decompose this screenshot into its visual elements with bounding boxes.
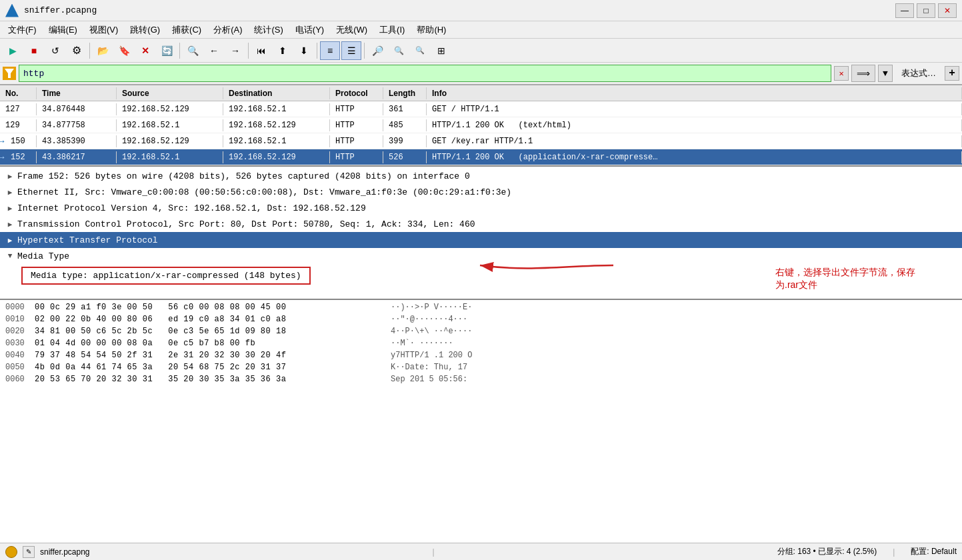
menu-tools[interactable]: 工具(I) bbox=[374, 23, 410, 37]
hex-bytes: 34 81 00 50 c6 5c 2b 5c 0e c3 5e 65 1d 0… bbox=[35, 327, 388, 336]
toolbar-sep-2 bbox=[179, 43, 180, 59]
menu-phone[interactable]: 电话(Y) bbox=[290, 23, 329, 37]
title-bar-title: sniffer.pcapng bbox=[24, 5, 97, 15]
packet-destination: 192.168.52.129 bbox=[223, 151, 330, 163]
menu-capture[interactable]: 捕获(C) bbox=[167, 23, 207, 37]
status-filename: sniffer.pcapng bbox=[40, 547, 90, 557]
toolbar-zoom-out[interactable]: 🔍 bbox=[389, 41, 409, 60]
hex-bytes: 4b 0d 0a 44 61 74 65 3a 20 54 68 75 2c 2… bbox=[35, 363, 388, 372]
hex-bytes: 20 53 65 70 20 32 30 31 35 20 30 35 3a 3… bbox=[35, 375, 388, 384]
menu-edit[interactable]: 编辑(E) bbox=[43, 23, 83, 37]
toolbar-first[interactable]: ⏮ bbox=[251, 41, 271, 60]
toolbar-restart-capture[interactable]: ↺ bbox=[45, 41, 65, 60]
detail-row-tcp[interactable]: ▶ Transmission Control Protocol, Src Por… bbox=[0, 216, 962, 232]
toolbar-start-capture[interactable]: ▶ bbox=[3, 41, 23, 60]
packet-row[interactable]: 129 34.877758 192.168.52.1 192.168.52.12… bbox=[0, 117, 962, 133]
filter-add-button[interactable]: + bbox=[945, 66, 959, 81]
filter-icon bbox=[3, 67, 16, 80]
close-button[interactable]: ✕ bbox=[938, 3, 957, 18]
filter-dropdown-button[interactable]: ▼ bbox=[878, 65, 893, 82]
hex-ascii: ··)··>·P V·····E· bbox=[391, 303, 472, 312]
detail-row-ethernet[interactable]: ▶ Ethernet II, Src: Vmware_c0:00:08 (00:… bbox=[0, 184, 962, 200]
detail-row-frame[interactable]: ▶ Frame 152: 526 bytes on wire (4208 bit… bbox=[0, 168, 962, 184]
toolbar-colorize-1[interactable]: ≡ bbox=[320, 41, 340, 60]
packet-source: 192.168.52.129 bbox=[117, 135, 223, 147]
toolbar-stop-capture[interactable]: ■ bbox=[24, 41, 44, 60]
hex-bytes: 02 00 22 0b 40 00 80 06 ed 19 c0 a8 34 0… bbox=[35, 315, 388, 324]
toolbar-reload[interactable]: 🔄 bbox=[157, 41, 177, 60]
menu-wireless[interactable]: 无线(W) bbox=[331, 23, 373, 37]
filter-expression-label[interactable]: 表达式… bbox=[895, 65, 942, 81]
menu-help[interactable]: 帮助(H) bbox=[411, 23, 451, 37]
toolbar-options[interactable]: ⚙ bbox=[67, 41, 87, 60]
toolbar-open[interactable]: 📂 bbox=[93, 41, 113, 60]
filter-input[interactable] bbox=[19, 65, 831, 82]
menu-analyze[interactable]: 分析(A) bbox=[208, 23, 247, 37]
toolbar-find[interactable]: 🔍 bbox=[183, 41, 203, 60]
detail-text-tcp: Transmission Control Protocol, Src Port:… bbox=[17, 219, 475, 229]
toolbar-save[interactable]: 🔖 bbox=[114, 41, 134, 60]
packet-protocol: HTTP bbox=[330, 151, 383, 163]
title-bar-controls: — □ ✕ bbox=[895, 3, 957, 18]
packet-destination: 192.168.52.1 bbox=[223, 103, 330, 115]
detail-row-media-type[interactable]: ▼ Media Type bbox=[0, 248, 962, 264]
menu-bar: 文件(F) 编辑(E) 视图(V) 跳转(G) 捕获(C) 分析(A) 统计(S… bbox=[0, 21, 962, 39]
toolbar-sep-1 bbox=[89, 43, 90, 59]
toolbar-next[interactable]: ⬇ bbox=[294, 41, 314, 60]
hex-bytes: 79 37 48 54 54 50 2f 31 2e 31 20 32 30 3… bbox=[35, 351, 388, 360]
packet-list-header: No. Time Source Destination Protocol Len… bbox=[0, 85, 962, 101]
hex-bytes: 00 0c 29 a1 f0 3e 00 50 56 c0 00 08 08 0… bbox=[35, 303, 388, 312]
hex-row: 0030 01 04 4d 00 00 00 08 0a 0e c5 b7 b8… bbox=[5, 337, 957, 349]
hex-ascii: K··Date: Thu, 17 bbox=[391, 363, 467, 372]
menu-file[interactable]: 文件(F) bbox=[3, 23, 42, 37]
packet-row[interactable]: → 150 43.385390 192.168.52.129 192.168.5… bbox=[0, 133, 962, 149]
hex-row: 0040 79 37 48 54 54 50 2f 31 2e 31 20 32… bbox=[5, 349, 957, 361]
detail-text-media-type: Media Type bbox=[17, 251, 69, 261]
menu-goto[interactable]: 跳转(G) bbox=[125, 23, 165, 37]
packet-length: 526 bbox=[383, 151, 427, 163]
annotation-text: 右键，选择导出文件字节流，保存为.rar文件 bbox=[775, 267, 915, 291]
filter-apply-button[interactable]: ⟹ bbox=[851, 65, 875, 82]
packet-row[interactable]: 127 34.876448 192.168.52.129 192.168.52.… bbox=[0, 101, 962, 117]
detail-row-http[interactable]: ▶ Hypertext Transfer Protocol bbox=[0, 232, 962, 248]
hex-offset: 0030 bbox=[5, 339, 32, 348]
hex-pane[interactable]: 0000 00 0c 29 a1 f0 3e 00 50 56 c0 00 08… bbox=[0, 300, 962, 543]
packet-source: 192.168.52.1 bbox=[117, 119, 223, 131]
toolbar-zoom-in[interactable]: 🔎 bbox=[367, 41, 387, 60]
hex-offset: 0050 bbox=[5, 363, 32, 372]
toolbar-zoom-reset[interactable]: 🔍 bbox=[410, 41, 430, 60]
detail-text-http: Hypertext Transfer Protocol bbox=[17, 235, 158, 245]
hex-offset: 0020 bbox=[5, 327, 32, 336]
toolbar-resize-columns[interactable]: ⊞ bbox=[431, 41, 451, 60]
hex-offset: 0000 bbox=[5, 303, 32, 312]
detail-row-ip[interactable]: ▶ Internet Protocol Version 4, Src: 192.… bbox=[0, 200, 962, 216]
app-logo-icon bbox=[5, 4, 19, 17]
expand-icon-ethernet: ▶ bbox=[5, 188, 15, 197]
menu-statistics[interactable]: 统计(S) bbox=[249, 23, 288, 37]
minimize-button[interactable]: — bbox=[895, 3, 914, 18]
toolbar-close[interactable]: ✕ bbox=[135, 41, 155, 60]
packet-info: GET / HTTP/1.1 bbox=[427, 103, 962, 115]
hex-row: 0000 00 0c 29 a1 f0 3e 00 50 56 c0 00 08… bbox=[5, 301, 957, 313]
filter-clear-button[interactable]: ✕ bbox=[834, 66, 849, 81]
menu-view[interactable]: 视图(V) bbox=[84, 23, 123, 37]
toolbar-prev[interactable]: ⬆ bbox=[273, 41, 293, 60]
packet-time: 43.385390 bbox=[37, 135, 117, 147]
toolbar-colorize-2[interactable]: ☰ bbox=[341, 41, 361, 60]
toolbar-go-forward[interactable]: → bbox=[225, 41, 245, 60]
maximize-button[interactable]: □ bbox=[917, 3, 935, 18]
packet-time: 34.877758 bbox=[37, 119, 117, 131]
packet-no: 152 bbox=[0, 151, 37, 163]
annotation: 右键，选择导出文件字节流，保存为.rar文件 bbox=[775, 266, 922, 292]
hex-ascii: Sep 201 5 05:56: bbox=[391, 375, 467, 384]
status-divider: | bbox=[432, 547, 434, 557]
packet-source: 192.168.52.1 bbox=[117, 151, 223, 163]
toolbar-sep-3 bbox=[248, 43, 249, 59]
toolbar-go-back[interactable]: ← bbox=[204, 41, 224, 60]
edit-icon[interactable]: ✎ bbox=[23, 546, 35, 558]
hex-row: 0020 34 81 00 50 c6 5c 2b 5c 0e c3 5e 65… bbox=[5, 325, 957, 337]
hex-offset: 0040 bbox=[5, 351, 32, 360]
status-stats: 分组: 163 • 已显示: 4 (2.5%) bbox=[777, 546, 877, 557]
packet-row[interactable]: → 152 43.386217 192.168.52.1 192.168.52.… bbox=[0, 149, 962, 165]
title-bar: sniffer.pcapng — □ ✕ bbox=[0, 0, 962, 21]
